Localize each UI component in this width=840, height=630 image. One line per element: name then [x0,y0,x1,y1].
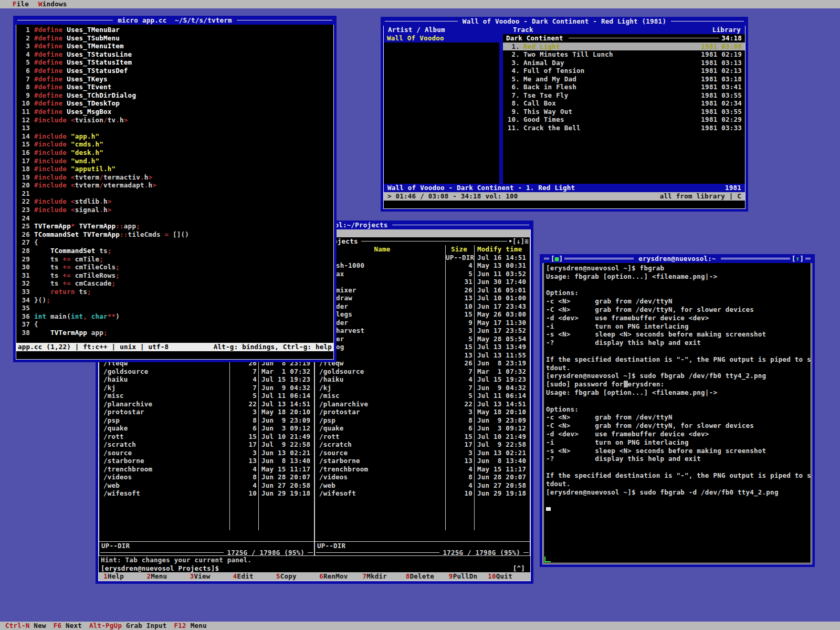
track-row[interactable]: 11.Crack the Bell1981 03:33 [503,124,745,132]
editor-body[interactable]: 1#define Uses_TMenuBar2#define Uses_TSub… [16,25,334,360]
file-row[interactable]: 13Jul 13 11:55 [315,351,530,360]
track-row[interactable]: 8.Call Box1981 02:34 [503,99,745,108]
artist-row-selected[interactable]: Wall Of Voodoo [384,34,499,43]
terminal-body[interactable]: [erysdren@nuevosol ~]$ fbgrabUsage: fbgr… [542,263,812,564]
fkey-renmov[interactable]: 6RenMov [314,572,358,581]
fkey-help[interactable]: 1Help [99,572,142,581]
code-line[interactable]: 12#include <tvision/tv.h> [17,116,333,124]
file-row[interactable]: ax5Jun 11 03:52 [315,270,530,278]
code-line[interactable]: 24 [17,214,333,223]
file-row[interactable]: /videos8Jun 28 20:07 [315,473,530,481]
code-line[interactable]: 33 return ts; [17,288,333,296]
code-line[interactable]: 27{ [17,238,333,247]
code-line[interactable]: 37{ [17,320,333,329]
code-line[interactable]: 32 ts += cmCascade; [17,279,333,288]
file-row[interactable]: /web4Jun 27 20:58 [99,481,314,490]
player-title-bar[interactable]: Wall of Voodoo - Dark Continent - Red Li… [383,17,746,26]
fkey-mkdir[interactable]: 7Mkdir [358,572,401,581]
track-row[interactable]: 9.This Way Out1981 03:55 [503,108,745,116]
file-row[interactable]: /trenchbroom4May 15 11:17 [315,465,530,474]
file-row[interactable] [99,498,314,506]
code-area[interactable]: 1#define Uses_TMenuBar2#define Uses_TSub… [16,25,333,337]
shortcut-menu[interactable]: F12 Menu [174,622,207,630]
code-line[interactable]: 13 [17,124,333,132]
file-row[interactable]: og15Jul 13 13:49 [315,343,530,351]
window-music-player[interactable]: Wall of Voodoo - Dark Continent - Red Li… [381,17,748,212]
track-row[interactable]: 3.Animal Day1981 03:13 [503,59,745,67]
file-row[interactable] [315,506,530,514]
file-row[interactable]: /psp8Jun 9 23:09 [315,416,530,425]
artist-list-pane[interactable]: Wall Of Voodoo [384,34,503,184]
code-line[interactable]: 7#define Uses_TKeys [17,75,333,83]
file-row[interactable]: /scratch17Jul 9 22:58 [315,440,530,449]
code-line[interactable]: 17#include "wnd.h" [17,157,333,165]
file-row[interactable]: /goldsource7Mar 1 07:32 [99,368,314,376]
track-row[interactable]: 1.Red Light1981 03:08 [503,43,745,51]
file-row[interactable]: /misc5Jul 11 06:14 [315,392,530,400]
file-row[interactable]: /quake6Jun 3 09:12 [315,424,530,433]
code-line[interactable]: 5#define Uses_TStatusItem [17,58,333,67]
file-row[interactable]: legs15May 26 03:00 [315,310,530,319]
file-row[interactable]: /kj7Jun 9 04:32 [99,384,314,392]
file-row[interactable]: /quake6Jun 3 09:12 [99,424,314,433]
code-line[interactable]: 22#include <stdlib.h> [17,197,333,206]
album-header-row[interactable]: Dark Continent 34:18 [503,34,745,43]
file-row[interactable] [99,522,314,530]
file-row[interactable]: /planarchive22Jul 13 14:51 [99,400,314,408]
code-line[interactable]: 18#include "apputil.h" [17,165,333,173]
file-row[interactable]: /wifesoft10Jun 29 19:18 [315,489,530,498]
file-row[interactable]: /rott15Jul 10 21:49 [315,433,530,441]
code-line[interactable]: 21 [17,190,333,198]
file-row[interactable]: /rott15Jul 10 21:49 [99,433,314,441]
file-row[interactable]: /haiku4Jul 15 19:23 [315,375,530,384]
code-line[interactable]: 19#include <tvterm/termactiv.h> [17,173,333,182]
track-list-pane[interactable]: Dark Continent 34:18 1.Red Light1981 03:… [503,34,745,184]
shortcut-grab-input[interactable]: Alt-PgUp Grab Input [89,622,167,630]
code-line[interactable]: 23#include <signal.h> [17,206,333,214]
sort-arrow-icon[interactable]: •[↓]≡ [508,237,530,246]
fkey-menu[interactable]: 2Menu [142,572,185,581]
file-row[interactable]: mixer26Jul 16 05:01 [315,286,530,295]
code-line[interactable]: 9#define Uses_TChDirDialog [17,91,333,100]
col-header-size[interactable]: Size [445,245,475,254]
file-row[interactable]: sh-10004May 13 00:31 [315,261,530,270]
col-header-modify-time[interactable]: Modify time [475,245,530,254]
file-row[interactable]: /fteqw26Jun 8 23:19 [315,359,530,368]
fkey-quit[interactable]: 10Quit [487,572,530,581]
code-line[interactable]: 34}(); [17,296,333,304]
file-row[interactable]: harvest3Jun 17 23:52 [315,327,530,335]
file-row[interactable]: /misc5Jul 11 06:14 [99,392,314,400]
code-line[interactable]: 36int main(int, char**) [17,312,333,321]
track-row[interactable]: 10.Good Times1981 02:29 [503,116,745,124]
file-row[interactable]: /scratch17Jul 9 22:58 [99,440,314,449]
menu-item-file[interactable]: File [13,0,29,8]
fkey-edit[interactable]: 4Edit [228,572,271,581]
close-button[interactable]: [■] [551,255,563,263]
file-row[interactable] [315,498,530,506]
file-row[interactable]: /source3Jun 13 02:21 [315,449,530,457]
code-line[interactable]: 28 TCommandSet ts; [17,247,333,255]
code-line[interactable]: 14#include "app.h" [17,132,333,141]
code-line[interactable]: 38 TVTermApp app; [17,329,333,337]
fkey-view[interactable]: 3View [185,572,228,581]
code-line[interactable]: 35 [17,304,333,312]
file-row[interactable]: /protostar3May 18 20:10 [315,408,530,416]
fm-command-prompt[interactable]: [erysdren@nuevosol Projects]$ [^] [99,564,530,573]
shortcut-new[interactable]: Ctrl-N New [5,622,46,630]
file-row[interactable] [99,514,314,522]
code-line[interactable]: 25TVTermApp* TVTermApp::app; [17,222,333,230]
file-row[interactable]: 31Jun 30 17:40 [315,278,530,286]
fm-prompt-text[interactable]: [erysdren@nuevosol Projects]$ [101,564,219,573]
fkey-copy[interactable]: 5Copy [271,572,314,581]
code-line[interactable]: 8#define Uses_TEvent [17,83,333,91]
fkey-pulldn[interactable]: 9PullDn [444,572,487,581]
fkey-delete[interactable]: 8Delete [401,572,444,581]
shortcut-next[interactable]: F6 Next [54,622,82,630]
file-row[interactable] [315,514,530,522]
maximize-button[interactable]: [↑] [792,255,804,263]
track-row[interactable]: 5.Me and My Dad1981 03:18 [503,75,745,83]
file-row[interactable] [315,522,530,530]
file-row[interactable]: /videos8Jun 28 20:07 [99,473,314,481]
code-line[interactable]: 20#include <tvterm/vtermadapt.h> [17,181,333,190]
code-line[interactable]: 10#define Uses_TDeskTop [17,99,333,108]
